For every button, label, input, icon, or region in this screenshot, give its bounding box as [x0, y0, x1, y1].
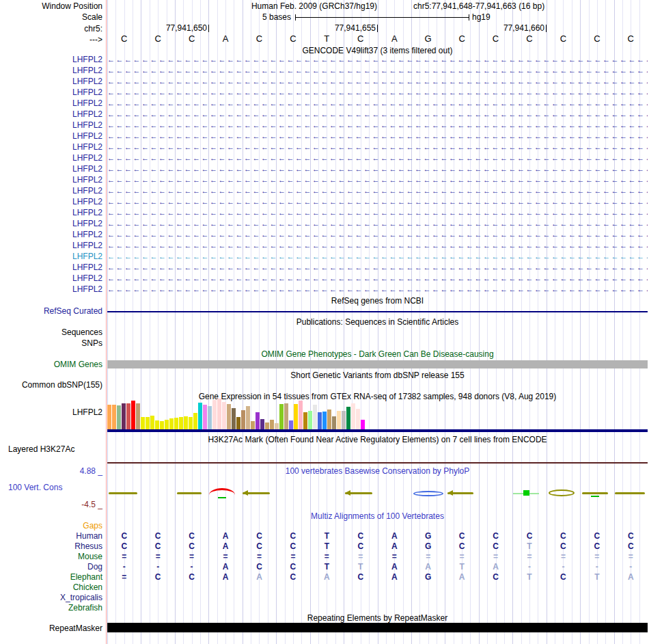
gtex-bar[interactable] [126, 403, 130, 429]
gene-arrow-row[interactable]: ←←←←←←←←←←←←←←←←←←←←←←←←←←←←←←←←←←←←←←←←… [107, 55, 648, 65]
gene-arrow-row[interactable]: ←←←←←←←←←←←←←←←←←←←←←←←←←←←←←←←←←←←←←←←←… [107, 142, 648, 152]
gtex-bar[interactable] [299, 401, 303, 429]
gene-arrow-row[interactable]: ←←←←←←←←←←←←←←←←←←←←←←←←←←←←←←←←←←←←←←←←… [107, 252, 648, 262]
gene-arrow-row[interactable]: ←←←←←←←←←←←←←←←←←←←←←←←←←←←←←←←←←←←←←←←←… [107, 66, 648, 76]
gene-arrow-row[interactable]: ←←←←←←←←←←←←←←←←←←←←←←←←←←←←←←←←←←←←←←←←… [107, 273, 648, 284]
gene-arrow-row[interactable]: ←←←←←←←←←←←←←←←←←←←←←←←←←←←←←←←←←←←←←←←←… [107, 263, 648, 273]
publications-sequences-label[interactable]: Sequences [0, 327, 104, 337]
gtex-bar[interactable] [322, 412, 327, 429]
gene-arrow-row[interactable]: ←←←←←←←←←←←←←←←←←←←←←←←←←←←←←←←←←←←←←←←←… [107, 197, 648, 207]
phylop-label[interactable]: 100 Vert. Cons [8, 483, 62, 492]
species-label[interactable]: X_tropicalis [0, 593, 104, 602]
gene-arrow-row[interactable]: ←←←←←←←←←←←←←←←←←←←←←←←←←←←←←←←←←←←←←←←←… [107, 109, 648, 120]
gene-label[interactable]: LHFPL2 [0, 186, 104, 196]
gene-arrow-row[interactable]: ←←←←←←←←←←←←←←←←←←←←←←←←←←←←←←←←←←←←←←←←… [107, 241, 648, 251]
species-label[interactable]: Rhesus [0, 541, 104, 551]
gtex-bar[interactable] [265, 422, 269, 429]
gtex-bar[interactable] [203, 405, 207, 429]
gtex-bar[interactable] [150, 416, 154, 429]
gene-arrow-row[interactable]: ←←←←←←←←←←←←←←←←←←←←←←←←←←←←←←←←←←←←←←←←… [107, 164, 648, 174]
gene-arrow-row[interactable]: ←←←←←←←←←←←←←←←←←←←←←←←←←←←←←←←←←←←←←←←←… [107, 230, 648, 240]
gtex-bar[interactable] [351, 403, 355, 429]
gene-label[interactable]: LHFPL2 [0, 88, 104, 97]
gtex-bar[interactable] [308, 411, 312, 429]
gtex-bar[interactable] [332, 416, 336, 429]
gene-label[interactable]: LHFPL2 [0, 208, 104, 217]
gtex-bar[interactable] [284, 403, 288, 429]
gtex-bar[interactable] [327, 410, 331, 429]
gtex-bar[interactable] [160, 421, 164, 429]
gene-arrow-row[interactable]: ←←←←←←←←←←←←←←←←←←←←←←←←←←←←←←←←←←←←←←←←… [107, 219, 648, 229]
gtex-bar[interactable] [198, 403, 202, 429]
h3k27ac-label[interactable]: Layered H3K27Ac [8, 444, 74, 454]
gene-arrow-row[interactable]: ←←←←←←←←←←←←←←←←←←←←←←←←←←←←←←←←←←←←←←←←… [107, 284, 648, 295]
gene-label[interactable]: LHFPL2 [0, 55, 104, 64]
repeatmasker-label[interactable]: RepeatMasker [0, 623, 104, 633]
gene-arrow-row[interactable]: ←←←←←←←←←←←←←←←←←←←←←←←←←←←←←←←←←←←←←←←←… [107, 186, 648, 196]
gtex-bar[interactable] [155, 420, 159, 429]
gtex-bar[interactable] [179, 417, 183, 429]
gtex-bar[interactable] [256, 412, 260, 429]
gene-arrow-row[interactable]: ←←←←←←←←←←←←←←←←←←←←←←←←←←←←←←←←←←←←←←←←… [107, 153, 648, 163]
gene-label[interactable]: LHFPL2 [0, 98, 104, 108]
species-label[interactable]: Gaps [0, 521, 104, 531]
omim-gene-item-bar[interactable] [107, 360, 648, 368]
gtex-bar[interactable] [107, 405, 111, 429]
gene-label[interactable]: LHFPL2 [0, 175, 104, 185]
gene-label[interactable]: LHFPL2 [0, 273, 104, 283]
species-label[interactable]: Chicken [0, 582, 104, 592]
gene-label[interactable]: LHFPL2 [0, 131, 104, 141]
gene-arrow-row[interactable]: ←←←←←←←←←←←←←←←←←←←←←←←←←←←←←←←←←←←←←←←←… [107, 131, 648, 142]
gene-label[interactable]: LHFPL2 [0, 219, 104, 228]
species-label[interactable]: Mouse [0, 552, 104, 561]
gtex-bar[interactable] [208, 406, 212, 429]
gtex-bar[interactable] [136, 403, 140, 429]
gene-arrow-row[interactable]: ←←←←←←←←←←←←←←←←←←←←←←←←←←←←←←←←←←←←←←←←… [107, 77, 648, 87]
gene-label[interactable]: LHFPL2 [0, 284, 104, 294]
gtex-bar[interactable] [275, 423, 279, 429]
gtex-bar[interactable] [222, 402, 226, 429]
species-label[interactable]: Dog [0, 562, 104, 572]
species-label[interactable]: Elephant [0, 572, 104, 582]
gene-label[interactable]: LHFPL2 [0, 153, 104, 163]
gene-label[interactable]: LHFPL2 [0, 164, 104, 174]
gene-label[interactable]: LHFPL2 [0, 142, 104, 152]
gtex-bar[interactable] [236, 417, 240, 429]
gtex-bar[interactable] [227, 404, 231, 429]
gtex-bar[interactable] [193, 413, 197, 429]
repeatmasker-item-bar[interactable] [107, 623, 648, 632]
gtex-gene-label[interactable]: LHFPL2 [0, 407, 104, 417]
gtex-bar[interactable] [251, 421, 255, 429]
gtex-bar[interactable] [246, 406, 250, 429]
gene-label[interactable]: LHFPL2 [0, 66, 104, 75]
gtex-bar[interactable] [337, 411, 341, 429]
gtex-bar[interactable] [112, 405, 116, 429]
gene-label[interactable]: LHFPL2 [0, 77, 104, 86]
gene-label[interactable]: LHFPL2 [0, 197, 104, 206]
gene-arrow-row[interactable]: ←←←←←←←←←←←←←←←←←←←←←←←←←←←←←←←←←←←←←←←←… [107, 98, 648, 109]
gene-label[interactable]: LHFPL2 [0, 252, 104, 261]
gtex-bar[interactable] [212, 400, 217, 429]
gtex-bar[interactable] [313, 405, 317, 429]
gene-label[interactable]: LHFPL2 [0, 120, 104, 130]
gtex-bar[interactable] [232, 408, 236, 429]
species-label[interactable]: Human [0, 531, 104, 541]
publications-snps-label[interactable]: SNPs [0, 338, 104, 348]
gene-label[interactable]: LHFPL2 [0, 263, 104, 272]
gtex-bar[interactable] [184, 416, 188, 429]
gene-label[interactable]: LHFPL2 [0, 241, 104, 250]
gtex-bar[interactable] [241, 410, 245, 429]
species-label[interactable]: Zebrafish [0, 603, 104, 613]
gtex-bar[interactable] [294, 404, 298, 429]
gtex-bar[interactable] [361, 420, 365, 429]
gtex-bar[interactable] [122, 403, 126, 429]
gene-arrow-row[interactable]: ←←←←←←←←←←←←←←←←←←←←←←←←←←←←←←←←←←←←←←←←… [107, 88, 648, 98]
gtex-bar[interactable] [270, 420, 274, 429]
gtex-bar[interactable] [131, 401, 135, 429]
gtex-bar[interactable] [174, 418, 178, 429]
gtex-bar[interactable] [356, 409, 360, 429]
gtex-bar[interactable] [141, 417, 145, 429]
gtex-bar[interactable] [117, 405, 121, 429]
gene-label[interactable]: LHFPL2 [0, 109, 104, 119]
refseq-gene-item[interactable] [107, 311, 648, 312]
